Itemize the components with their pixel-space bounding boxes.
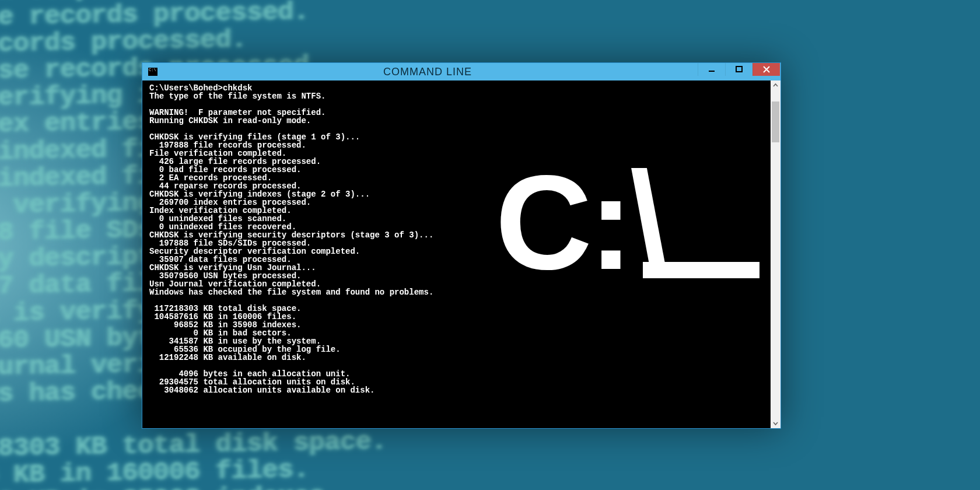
minimize-button[interactable] [698, 63, 725, 76]
maximize-icon [736, 66, 743, 73]
window-body: C:\Users\Bohed>chkdsk The type of the fi… [142, 80, 781, 429]
scrollbar-thumb[interactable] [772, 102, 779, 142]
app-icon[interactable] [148, 68, 158, 76]
chevron-up-icon [773, 83, 778, 88]
chevron-down-icon [773, 421, 778, 426]
scroll-up-button[interactable] [771, 80, 780, 90]
command-window: COMMAND LINE C:\Users\Bohed>chkdsk The t… [142, 62, 781, 429]
window-title: COMMAND LINE [158, 63, 698, 80]
titlebar[interactable]: COMMAND LINE [142, 62, 781, 80]
minimize-icon [708, 66, 715, 73]
svg-rect-0 [709, 71, 715, 72]
close-button[interactable] [752, 63, 780, 76]
maximize-button[interactable] [725, 63, 752, 76]
svg-rect-1 [736, 66, 742, 72]
terminal-output[interactable]: C:\Users\Bohed>chkdsk The type of the fi… [142, 80, 771, 428]
scroll-down-button[interactable] [771, 418, 780, 428]
scrollbar[interactable] [771, 80, 780, 428]
close-icon [763, 66, 770, 73]
window-controls [698, 63, 780, 76]
